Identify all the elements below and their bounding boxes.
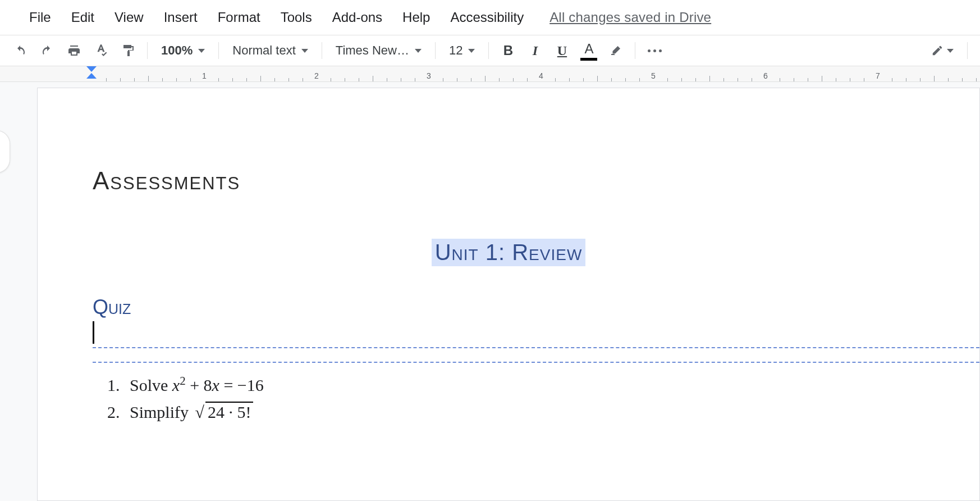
toolbar: 100% Normal text Times New… 12 B I U A xyxy=(0,35,980,66)
italic-button[interactable]: I xyxy=(523,38,547,63)
font-select[interactable]: Times New… xyxy=(329,38,428,63)
ruler-number: 3 xyxy=(427,71,431,80)
bold-icon: B xyxy=(503,43,513,58)
ruler-number: 7 xyxy=(876,71,880,80)
left-indent-icon xyxy=(86,73,97,79)
toolbar-separator xyxy=(218,42,219,59)
toolbar-separator xyxy=(147,42,148,59)
toolbar-separator xyxy=(435,42,436,59)
text-color-icon: A xyxy=(580,41,597,61)
ruler[interactable]: 1234567 xyxy=(0,66,980,82)
first-line-indent-icon xyxy=(86,66,97,72)
menu-edit[interactable]: Edit xyxy=(63,6,102,29)
equation: x2 + 8x = −16 xyxy=(172,376,264,394)
menu-help[interactable]: Help xyxy=(395,6,438,29)
save-status[interactable]: All changes saved in Drive xyxy=(549,10,711,25)
redo-button[interactable] xyxy=(35,38,59,63)
more-icon xyxy=(648,49,662,52)
paint-roller-icon xyxy=(121,44,135,57)
undo-icon xyxy=(13,44,27,57)
divider xyxy=(93,362,979,363)
font-size-value: 12 xyxy=(449,43,462,58)
italic-icon: I xyxy=(533,43,538,58)
indent-marker[interactable] xyxy=(86,66,97,79)
editor-canvas: Assessments Unit 1: Review Quiz Solve x2… xyxy=(0,82,980,501)
menu-tools[interactable]: Tools xyxy=(273,6,320,29)
ruler-number: 4 xyxy=(539,71,543,80)
underline-icon: U xyxy=(557,43,567,58)
menu-view[interactable]: View xyxy=(107,6,152,29)
text-cursor xyxy=(93,321,94,344)
more-button[interactable] xyxy=(642,38,667,63)
menu-file[interactable]: File xyxy=(21,6,59,29)
spellcheck-icon xyxy=(94,43,108,58)
redo-icon xyxy=(40,44,54,57)
ruler-number: 5 xyxy=(651,71,656,80)
font-value: Times New… xyxy=(336,43,409,58)
chevron-down-icon xyxy=(947,49,954,53)
question-text: Solve xyxy=(130,376,172,394)
ruler-number: 1 xyxy=(202,71,207,80)
doc-title[interactable]: Assessments xyxy=(93,167,924,195)
ruler-number: 6 xyxy=(763,71,768,80)
pencil-icon xyxy=(931,44,944,57)
chevron-down-icon xyxy=(198,49,205,53)
highlighter-icon xyxy=(609,44,622,57)
toolbar-separator xyxy=(967,42,968,59)
menu-accessibility[interactable]: Accessibility xyxy=(442,6,532,29)
paragraph-style-select[interactable]: Normal text xyxy=(226,38,314,63)
doc-subtitle[interactable]: Unit 1: Review xyxy=(432,239,586,266)
chevron-down-icon xyxy=(468,49,475,53)
undo-button[interactable] xyxy=(8,38,33,63)
divider xyxy=(93,347,979,348)
chevron-down-icon xyxy=(301,49,308,53)
bold-button[interactable]: B xyxy=(496,38,520,63)
question-list[interactable]: Solve x2 + 8x = −16 Simplify 24 · 5! xyxy=(124,374,924,422)
toolbar-separator xyxy=(488,42,489,59)
zoom-value: 100% xyxy=(161,43,193,58)
paint-format-button[interactable] xyxy=(116,38,140,63)
zoom-select[interactable]: 100% xyxy=(154,38,212,63)
question-text: Simplify xyxy=(130,403,193,421)
paragraph-style-value: Normal text xyxy=(232,43,295,58)
toolbar-separator xyxy=(635,42,635,59)
outline-toggle[interactable] xyxy=(0,130,10,173)
font-size-select[interactable]: 12 xyxy=(442,38,482,63)
ruler-number: 2 xyxy=(314,71,319,80)
list-item[interactable]: Solve x2 + 8x = −16 xyxy=(124,374,924,395)
menu-format[interactable]: Format xyxy=(210,6,268,29)
print-button[interactable] xyxy=(62,38,86,63)
editing-mode-select[interactable] xyxy=(924,38,960,63)
text-color-button[interactable]: A xyxy=(576,38,601,63)
chevron-down-icon xyxy=(415,49,422,53)
toolbar-separator xyxy=(322,42,322,59)
menu-insert[interactable]: Insert xyxy=(156,6,205,29)
equation: 24 · 5! xyxy=(193,403,254,421)
highlight-color-button[interactable] xyxy=(603,38,628,63)
list-item[interactable]: Simplify 24 · 5! xyxy=(124,403,924,422)
document-page[interactable]: Assessments Unit 1: Review Quiz Solve x2… xyxy=(37,88,980,501)
print-icon xyxy=(67,44,81,57)
menu-bar: File Edit View Insert Format Tools Add-o… xyxy=(0,0,980,35)
spellcheck-button[interactable] xyxy=(89,38,113,63)
menu-addons[interactable]: Add-ons xyxy=(324,6,390,29)
underline-button[interactable]: U xyxy=(549,38,574,63)
section-heading[interactable]: Quiz xyxy=(93,295,924,319)
